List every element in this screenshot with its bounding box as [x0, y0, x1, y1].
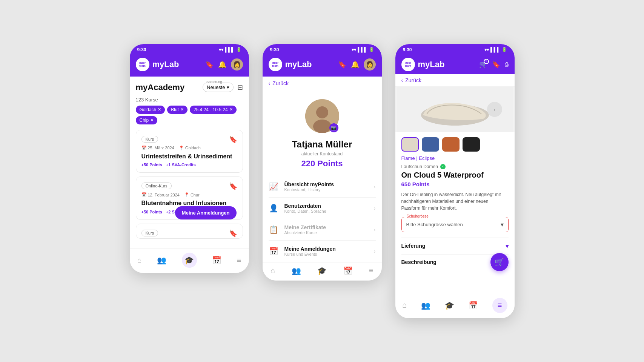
points-2: +50 Points [141, 210, 162, 214]
delivery-chevron-icon: ▾ [506, 242, 509, 250]
nav-home-2[interactable]: ⌂ [271, 266, 275, 275]
app-title-1: myLab [152, 60, 202, 69]
menu-icon-2: ≡ [369, 266, 373, 275]
menu-item-user[interactable]: 👤 Benutzerdaten Konto, Daten, Sprache › [269, 198, 376, 219]
sort-dropdown[interactable]: Neueste ▾ [203, 83, 233, 92]
battery-icon-2: 🔋 [369, 47, 374, 52]
color-swatches [401, 137, 509, 152]
location-icon-2: 📍 [184, 192, 189, 197]
avatar-2[interactable]: 👩 [364, 58, 376, 71]
nav-people-2[interactable]: 👥 [292, 266, 301, 275]
calendar-icon-1: 📅 [141, 146, 147, 150]
course-card-1[interactable]: Kurs 🔖 📅 25. März 2024 📍 Goldach Urintes… [136, 130, 243, 173]
menu-item-registrations[interactable]: 📅 Meine Anmeldungen Kurse und Events › [269, 241, 376, 262]
bookmark-icon-2[interactable]: 🔖 [338, 60, 346, 69]
cart-icon-3[interactable]: 🛒 1 [479, 60, 487, 69]
profile-avatar-wrapper: 📷 [305, 99, 339, 133]
share-icon-3[interactable]: ⎙ [505, 61, 509, 68]
chip-chip-remove[interactable]: ✕ [150, 118, 154, 123]
nav-calendar-2[interactable]: 📅 [343, 266, 353, 275]
nav-academy-2[interactable]: 🎓 [317, 266, 327, 275]
chip-goldach-remove[interactable]: ✕ [158, 107, 161, 112]
card-title-1: Urinteststreifen & Urinsediment [141, 153, 237, 161]
nav-calendar-1[interactable]: 📅 [212, 256, 221, 265]
back-nav-3[interactable]: ‹ Zurück [401, 77, 421, 83]
sort-value: Neueste [207, 84, 225, 90]
size-label: Schuhgrösse [406, 214, 430, 218]
back-nav-2[interactable]: ‹ Zurück [263, 77, 382, 90]
app-header-1: laborteam myLab 🔖 🔔 👩 [130, 55, 249, 77]
delivery-row[interactable]: Lieferung ▾ [401, 238, 509, 254]
menu-item-points[interactable]: 📈 Übersicht myPoints Kontostand, History… [269, 176, 376, 198]
swatch-beige[interactable] [401, 137, 419, 152]
bookmark-icon-3[interactable]: 🔖 [492, 60, 500, 69]
menu-item-certs[interactable]: 📋 Meine Zertifikate Absolvierte Kurse › [269, 219, 376, 241]
bookmark-icon-1[interactable]: 🔖 [205, 60, 214, 69]
back-label-3: Zurück [405, 77, 421, 83]
camera-badge[interactable]: 📷 [329, 123, 338, 132]
bottom-nav-2: ⌂ 👥 🎓 📅 ≡ [263, 262, 382, 281]
bell-icon-1[interactable]: 🔔 [218, 60, 226, 69]
swatch-black[interactable] [463, 137, 480, 152]
status-icons-3: ▾▾ ▌▌▌ 🔋 [484, 47, 507, 52]
calendar-icon-2: 📅 [141, 192, 147, 197]
course-card-3[interactable]: Kurs 🔖 [136, 224, 243, 239]
card-points-1: +50 Points +1 SVA-Credits [141, 163, 237, 167]
size-chevron-icon: ▾ [501, 221, 504, 228]
nav-academy-1[interactable]: 🎓 [182, 253, 197, 268]
people-icon-3: 👥 [421, 301, 430, 310]
back-chevron-2: ‹ [269, 80, 271, 86]
menu-title-user: Benutzerdaten [284, 203, 369, 209]
card-bookmark-2[interactable]: 🔖 [229, 182, 237, 190]
nav-home-3[interactable]: ⌂ [402, 301, 407, 310]
calendar-nav-icon-1: 📅 [212, 256, 221, 265]
nav-people-1[interactable]: 👥 [157, 256, 166, 265]
product-name: On Cloud 5 Waterproof [401, 171, 509, 179]
chip-blut-remove[interactable]: ✕ [180, 107, 184, 112]
home-icon-2: ⌂ [271, 266, 275, 275]
menu-chevron-points: › [374, 184, 376, 190]
filter-icon[interactable]: ⊟ [237, 83, 243, 92]
size-select[interactable]: Bitte Schuhgrösse wählen 36 37 38 39 40 … [402, 217, 508, 232]
menu-icon-registrations: 📅 [269, 247, 279, 256]
nav-menu-1[interactable]: ≡ [237, 256, 241, 265]
signal-icon-3: ▌▌▌ [490, 47, 500, 52]
menu-text-registrations: Meine Anmeldungen Kurse und Events [284, 246, 369, 256]
card-bookmark-3[interactable]: 🔖 [229, 229, 237, 238]
wifi-icon-3: ▾▾ [484, 47, 489, 52]
nav-menu-3[interactable]: ≡ [492, 298, 507, 313]
swatch-orange[interactable] [442, 137, 460, 152]
add-to-cart-button[interactable]: 🛒 [490, 253, 509, 271]
nav-calendar-3[interactable]: 📅 [469, 301, 478, 310]
fab-area: 🛒 [395, 275, 515, 294]
screen3-frame: 9:30 ▾▾ ▌▌▌ 🔋 laborteam myLab 🛒 1 🔖 ⎙ [395, 44, 515, 318]
calendar-nav-icon-3: 📅 [469, 301, 478, 310]
menu-title-points: Übersicht myPoints [284, 181, 369, 187]
home-icon-1: ⌂ [137, 256, 142, 265]
calendar-nav-icon-2: 📅 [343, 266, 353, 275]
nav-people-3[interactable]: 👥 [421, 301, 430, 310]
menu-sub-points: Kontostand, History [284, 187, 369, 192]
chip-date-remove[interactable]: ✕ [229, 107, 233, 112]
menu-sub-certs: Absolvierte Kurse [284, 230, 369, 235]
bell-icon-2[interactable]: 🔔 [351, 60, 359, 69]
back-chevron-3: ‹ [401, 77, 403, 83]
wifi-icon-1: ▾▾ [219, 47, 223, 52]
card-bookmark-1[interactable]: 🔖 [229, 135, 237, 144]
nav-menu-2[interactable]: ≡ [369, 266, 373, 275]
swatch-blue[interactable] [422, 137, 439, 152]
battery-icon-1: 🔋 [236, 47, 241, 52]
nav-academy-3[interactable]: 🎓 [445, 301, 454, 310]
card-type-2: Online-Kurs [141, 183, 172, 189]
menu-icon-user: 👤 [269, 204, 279, 213]
avatar-1[interactable]: 👩 [231, 58, 243, 71]
logo-text-3: laborteam [405, 61, 411, 67]
meine-anmeldungen-button[interactable]: Meine Anmeldungen [175, 206, 237, 219]
nav-home-1[interactable]: ⌂ [137, 256, 142, 265]
menu-sub-registrations: Kurse und Events [284, 252, 369, 256]
course-card-2[interactable]: Online-Kurs 🔖 📅 12. Februar 2024 📍 Chur … [136, 176, 243, 220]
bottom-nav-1: ⌂ 👥 🎓 📅 ≡ [130, 248, 249, 273]
product-image-area: › [395, 87, 515, 132]
menu-icon-points: 📈 [269, 182, 279, 191]
card-meta-2: 📅 12. Februar 2024 📍 Chur [141, 192, 237, 197]
